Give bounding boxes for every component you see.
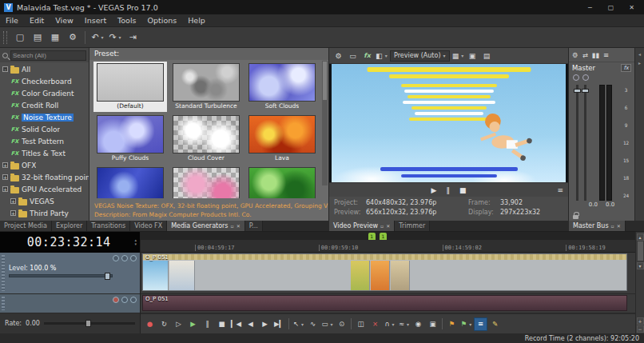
preset-default[interactable]: (Default) [93, 62, 167, 112]
tree-item-checkerboard[interactable]: FXCheckerboard [0, 75, 89, 87]
preset-pink-camo[interactable] [169, 166, 243, 198]
master-fx-icon[interactable]: fx [621, 64, 631, 72]
tree-item-third-party[interactable]: +Third Party [0, 207, 89, 219]
insert-region-button[interactable]: ⚑ [459, 317, 473, 331]
menu-view[interactable]: View [50, 16, 79, 25]
preset-lava[interactable]: Lava [245, 114, 319, 164]
scrollbar-thumb[interactable] [638, 241, 643, 261]
track-drag-handle[interactable] [2, 255, 5, 291]
master-menu-icon[interactable]: ≡ [603, 51, 609, 59]
record-button[interactable]: ● [143, 317, 157, 331]
video-properties-gear-icon[interactable]: ⚙ [332, 50, 344, 62]
marker-strip[interactable]: 1 1 [141, 232, 635, 240]
track-solo-button[interactable] [130, 255, 137, 261]
menu-edit[interactable]: Edit [24, 16, 50, 25]
undo-icon[interactable]: ↶ [89, 30, 105, 46]
tab-plugin[interactable]: P... [245, 221, 263, 231]
close-window-icon[interactable] [617, 223, 621, 229]
scrollbar-thumb[interactable] [323, 62, 327, 100]
tree-item-vegas[interactable]: +VEGAS [0, 195, 89, 207]
float-window-icon[interactable] [611, 223, 614, 229]
tab-transitions[interactable]: Transitions [87, 221, 130, 231]
audio-track-lane[interactable]: O_P 051 [141, 294, 635, 313]
menu-insert[interactable]: Insert [79, 16, 112, 25]
tree-item-32bit-floating-point[interactable]: +32-bit floating point [0, 171, 89, 183]
next-frame-button[interactable]: ▶ [258, 317, 272, 331]
master-properties-gear-icon[interactable]: ⚙ [572, 51, 578, 59]
play-button[interactable]: ▶ [186, 317, 200, 331]
mixing-console-button[interactable]: ≡ [474, 317, 487, 331]
play-from-start-button[interactable]: ▷ [172, 317, 185, 331]
record-arm-button[interactable] [113, 297, 119, 303]
tree-item-ofx[interactable]: +OFX [0, 159, 89, 171]
master-mute-button[interactable] [573, 74, 579, 81]
dock-collapse-icon[interactable]: ◂ [638, 51, 641, 57]
maximize-button[interactable]: ▢ [602, 2, 619, 14]
fader-left[interactable] [576, 85, 578, 201]
zoom-in-button[interactable]: + [637, 317, 644, 325]
preset-cloud-cover[interactable]: Cloud Cover [169, 114, 243, 164]
fader-handle[interactable] [582, 89, 589, 93]
preview-play-button[interactable]: ▶ [431, 186, 437, 194]
external-monitor-icon[interactable]: ▭ [347, 50, 359, 62]
tab-media-generators[interactable]: Media Generators [167, 221, 244, 231]
track-mute-button[interactable] [121, 255, 128, 261]
timeline-marker[interactable]: 1 [368, 233, 376, 240]
level-slider-handle[interactable] [105, 273, 110, 280]
enable-snapping-button[interactable]: ∩ [383, 317, 396, 331]
dock-expand-icon[interactable]: ▸ [638, 60, 641, 66]
tree-item-gpu-accelerated[interactable]: +GPU Accelerated [0, 183, 89, 195]
time-ruler[interactable]: 00:04:59:17 00:09:59:10 00:14:59:02 00:1… [141, 240, 635, 253]
pause-button[interactable]: ‖ [201, 317, 214, 331]
video-output-fx-icon[interactable]: fx [361, 50, 373, 62]
menu-file[interactable]: File [0, 16, 24, 25]
new-project-icon[interactable]: ▢ [12, 30, 28, 46]
track-fx-button[interactable] [113, 255, 119, 261]
zoom-out-button[interactable]: − [637, 325, 644, 333]
zoom-tool-button[interactable]: ⊙ [335, 317, 348, 331]
scroll-up-button[interactable]: ▴ [637, 233, 644, 241]
project-properties-icon[interactable]: ⚙ [65, 30, 81, 46]
expander-icon[interactable]: + [10, 210, 16, 216]
expander-icon[interactable]: + [2, 174, 8, 180]
tab-video-fx[interactable]: Video FX [130, 221, 167, 231]
split-button[interactable]: ◫ [354, 317, 368, 331]
preset-soft-clouds[interactable]: Soft Clouds [245, 62, 319, 112]
fader-right[interactable] [584, 85, 586, 201]
save-snapshot-icon[interactable]: ▤ [481, 50, 493, 62]
expander-icon[interactable]: + [2, 162, 8, 168]
lock-envelopes-button[interactable]: ◉ [411, 317, 425, 331]
float-window-icon[interactable] [231, 223, 234, 229]
lock-icon[interactable] [573, 215, 578, 219]
preview-menu-icon[interactable]: ≡ [557, 186, 563, 194]
tab-master-bus[interactable]: Master Bus [569, 221, 626, 231]
float-window-icon[interactable] [380, 223, 384, 229]
menu-help[interactable]: Help [182, 16, 211, 25]
ignore-event-grouping-button[interactable]: ▣ [426, 317, 439, 331]
master-solo-button[interactable] [582, 74, 589, 81]
rate-slider[interactable] [44, 322, 135, 325]
rate-slider-handle[interactable] [85, 320, 91, 327]
redo-icon[interactable]: ↷ [107, 30, 123, 46]
overlays-grid-icon[interactable]: ▦ [452, 50, 464, 62]
tree-item-color-gradient[interactable]: FXColor Gradient [0, 87, 89, 99]
generator-search-input[interactable] [10, 50, 86, 61]
stop-button[interactable]: ■ [215, 317, 229, 331]
audio-track-header[interactable] [0, 294, 140, 313]
delete-button[interactable]: × [368, 317, 382, 331]
publish-icon[interactable]: ⇥ [125, 30, 141, 46]
selection-tool-button[interactable]: ▭ [320, 317, 334, 331]
tab-project-media[interactable]: Project Media [0, 221, 52, 231]
tree-item-titles-text[interactable]: FXTitles & Text [0, 147, 89, 159]
preset-scrollbar[interactable] [322, 61, 328, 185]
track-mute-button[interactable] [121, 297, 128, 303]
toolbar-grip[interactable] [3, 31, 7, 44]
video-track-header[interactable]: Level: 100.0 % [0, 253, 140, 294]
go-to-start-button[interactable]: ▎◀ [229, 317, 243, 331]
insert-marker-button[interactable]: ⚑ [445, 317, 459, 331]
save-project-icon[interactable]: ▦ [47, 30, 63, 46]
close-window-icon[interactable] [386, 223, 390, 229]
copy-snapshot-icon[interactable]: ▣ [467, 50, 479, 62]
timecode-spinner[interactable] [134, 238, 137, 246]
open-project-icon[interactable]: ▤ [30, 30, 46, 46]
